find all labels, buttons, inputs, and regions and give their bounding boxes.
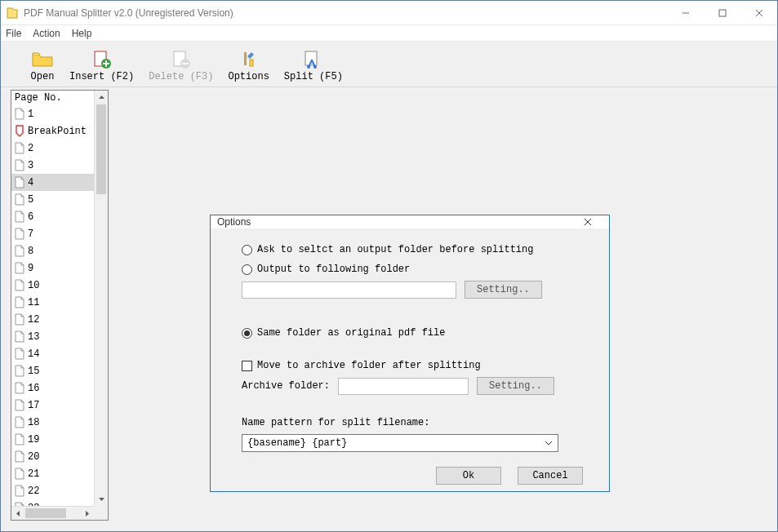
list-item-label: 2: [28, 143, 33, 154]
scroll-thumb-v[interactable]: [96, 104, 106, 194]
label-name-pattern: Name pattern for split filename:: [242, 417, 429, 428]
content-area: Page No. 1BreakPoint23456789101112131415…: [2, 88, 776, 530]
open-folder-icon: [30, 47, 55, 71]
svg-rect-5: [244, 52, 247, 65]
window-title: PDF Manual Splitter v2.0 (Unregistered V…: [24, 7, 667, 19]
menu-action[interactable]: Action: [33, 28, 60, 39]
options-icon: [237, 47, 261, 71]
list-item-label: 22: [28, 485, 39, 497]
toolbar-delete-label: Delete (F3): [149, 71, 213, 82]
page-icon: [14, 262, 25, 275]
toolbar-open[interactable]: Open: [25, 45, 60, 84]
scroll-thumb-h[interactable]: [25, 508, 66, 518]
toolbar: Open Insert (F2) Delete (F3) Options Spl…: [1, 42, 777, 87]
list-item-label: 13: [28, 331, 39, 343]
menu-help[interactable]: Help: [72, 28, 92, 39]
archive-folder-setting-button[interactable]: Setting..: [477, 377, 554, 395]
insert-icon: [90, 47, 114, 71]
list-item-label: 19: [28, 434, 39, 446]
page-list-hscroll[interactable]: [11, 506, 94, 520]
page-icon: [14, 468, 25, 481]
toolbar-split-label: Split (F5): [284, 71, 343, 82]
page-icon: [14, 313, 25, 326]
page-icon: [14, 399, 25, 412]
scroll-down-button[interactable]: [95, 492, 108, 506]
toolbar-split[interactable]: Split (F5): [279, 45, 348, 84]
list-item-label: 6: [28, 211, 33, 223]
page-icon: [14, 382, 25, 395]
toolbar-open-label: Open: [31, 71, 55, 82]
page-list-panel: Page No. 1BreakPoint23456789101112131415…: [11, 90, 109, 521]
page-icon: [14, 450, 25, 463]
breakpoint-icon: [14, 125, 25, 138]
svg-point-8: [307, 65, 310, 69]
toolbar-options-label: Options: [228, 71, 269, 82]
label-ask-folder: Ask to seltct an output folder before sp…: [257, 244, 533, 255]
titlebar: PDF Manual Splitter v2.0 (Unregistered V…: [1, 1, 777, 25]
label-move-archive: Move to archive folder after splitting: [257, 360, 481, 371]
radio-ask-folder[interactable]: [242, 245, 252, 255]
radio-output-folder[interactable]: [242, 264, 252, 275]
svg-point-9: [313, 65, 317, 69]
menubar: File Action Help: [1, 25, 777, 42]
page-icon: [14, 330, 25, 344]
page-icon: [14, 296, 25, 309]
maximize-button[interactable]: [704, 1, 740, 25]
menu-file[interactable]: File: [6, 28, 21, 39]
output-folder-field[interactable]: [242, 282, 456, 299]
dialog-close-button[interactable]: [573, 215, 602, 228]
scroll-up-button[interactable]: [95, 91, 108, 104]
toolbar-options[interactable]: Options: [223, 45, 273, 84]
list-item-label: 17: [28, 400, 39, 411]
list-item-label: 15: [28, 366, 39, 377]
scroll-right-button[interactable]: [80, 507, 94, 520]
list-item-label: 9: [28, 263, 33, 274]
page-icon: [14, 433, 25, 446]
options-dialog: Options Ask to seltct an output folder b…: [210, 215, 610, 492]
label-output-folder: Output to following folder: [257, 264, 410, 275]
split-icon: [301, 47, 326, 71]
name-pattern-select[interactable]: {basename} {part}: [242, 434, 558, 452]
checkbox-move-archive[interactable]: [242, 361, 252, 371]
archive-folder-field[interactable]: [338, 378, 469, 395]
list-item-label: BreakPoint: [28, 126, 87, 137]
page-icon: [14, 193, 25, 206]
dialog-title: Options: [217, 216, 573, 228]
page-icon: [14, 348, 25, 361]
radio-same-folder[interactable]: [242, 328, 252, 339]
close-button[interactable]: [740, 1, 777, 25]
page-icon: [14, 142, 25, 155]
page-icon: [14, 108, 25, 121]
cancel-button[interactable]: Cancel: [518, 467, 583, 485]
list-item-label: 12: [28, 314, 39, 326]
scroll-left-button[interactable]: [11, 507, 25, 520]
list-item-label: 10: [28, 280, 39, 291]
output-folder-setting-button[interactable]: Setting..: [465, 281, 542, 299]
svg-rect-0: [719, 10, 726, 16]
list-item-label: 16: [28, 383, 39, 394]
page-icon: [14, 416, 25, 429]
svg-rect-6: [250, 60, 253, 66]
app-icon: [6, 7, 19, 20]
minimize-button[interactable]: [667, 1, 704, 25]
page-icon: [14, 159, 25, 172]
page-list-vscroll[interactable]: [94, 91, 108, 506]
list-item-label: 18: [28, 417, 39, 428]
page-icon: [14, 279, 25, 292]
ok-button[interactable]: Ok: [436, 467, 501, 485]
toolbar-insert[interactable]: Insert (F2): [64, 45, 139, 84]
list-item-label: 11: [28, 297, 39, 308]
page-icon: [14, 485, 25, 498]
list-item-label: 1: [28, 109, 33, 120]
list-item-label: 8: [28, 246, 33, 257]
toolbar-delete: Delete (F3): [144, 45, 218, 84]
list-item-label: 21: [28, 468, 39, 480]
list-item-label: 4: [28, 177, 33, 188]
list-item-label: 14: [28, 348, 39, 360]
list-item-label: 5: [28, 194, 33, 206]
page-icon: [14, 245, 25, 258]
page-icon: [14, 365, 25, 378]
page-icon: [14, 211, 25, 224]
label-same-folder: Same folder as original pdf file: [257, 327, 445, 339]
dialog-titlebar: Options: [211, 215, 609, 228]
